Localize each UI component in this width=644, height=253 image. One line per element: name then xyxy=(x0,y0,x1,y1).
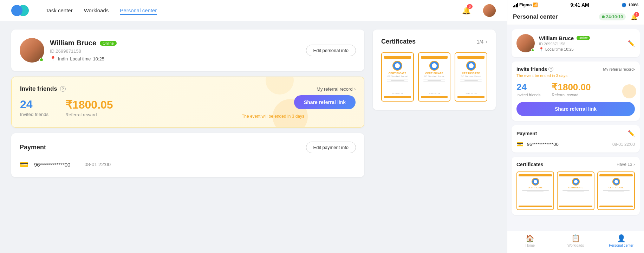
mobile-cert-seal-inner xyxy=(534,180,537,183)
cert-seal-inner xyxy=(395,63,400,68)
mobile-user-id: ID.2699871158 xyxy=(539,42,624,46)
cert-title: Certificates xyxy=(381,38,416,45)
edit-personal-info-button[interactable]: Edit personal info xyxy=(306,45,356,56)
signal-bar-2 xyxy=(514,5,515,7)
mobile-nav-workloads-label: Workloads xyxy=(567,244,584,247)
mobile-cert-lines xyxy=(519,190,552,192)
mobile-cert-seal-inner xyxy=(614,180,618,183)
referral-card: Invite friends ? My referral record › 24… xyxy=(11,77,364,128)
mobile-timer: 24:10:10 xyxy=(599,13,626,20)
mobile-nav-home[interactable]: 🏠 Home xyxy=(507,234,553,247)
reward-stat: ₹1800.05 Referral reward xyxy=(65,98,113,117)
mobile-nav-personal-center[interactable]: 👤 Personal center xyxy=(598,234,644,247)
bluetooth-icon: 🔵 xyxy=(622,3,626,7)
cert-line-short xyxy=(428,80,441,81)
mobile-name-row: William Bruce Online xyxy=(539,35,624,41)
nav-item-workloads[interactable]: Workloads xyxy=(84,6,109,15)
mobile-nav-home-label: Home xyxy=(525,244,535,247)
cert-line-short xyxy=(391,80,404,81)
mobile-reward-amount: ₹1800.00 xyxy=(552,82,591,93)
mobile-payment-row: 💳 96************00 08-01 22:00 xyxy=(516,141,635,148)
mobile-page-title: Personal center xyxy=(513,13,558,20)
cert-header: Certificates 1/4 › xyxy=(381,38,487,45)
mobile-cert-bottom xyxy=(599,206,633,207)
cert-text-2: CERTIFICATE xyxy=(425,72,443,74)
home-icon: 🏠 xyxy=(526,234,534,242)
mobile-notification-bell[interactable]: 🔔 1 xyxy=(630,13,638,21)
cert-line xyxy=(423,82,445,82)
mobile-cert-item-3[interactable]: CERTIFICATE xyxy=(597,171,635,210)
cert-line-short xyxy=(567,192,584,192)
cert-date-2: 2018.05. 24 xyxy=(429,92,440,95)
referral-info-icon[interactable]: ? xyxy=(60,86,66,92)
user-avatar[interactable] xyxy=(483,4,496,17)
profile-card: William Bruce Online ID.2699871158 📍 Ind… xyxy=(11,30,364,71)
profile-actions: Edit personal info xyxy=(306,45,356,56)
timer-value: 24:10:10 xyxy=(606,14,623,19)
mobile-online-dot xyxy=(531,48,534,52)
cert-item-3[interactable]: CERTIFICATE QC Standard, Format 2018.05.… xyxy=(455,52,487,102)
cert-item-2[interactable]: CERTIFICATE QC Standard, Format 2018.05.… xyxy=(418,52,451,102)
local-time-label: Local time xyxy=(70,56,91,61)
cert-sub-1: QC Standard, Format xyxy=(388,75,408,77)
mobile-payment-card: Payment ✏️ 💳 96************00 08-01 22:0… xyxy=(512,125,640,153)
logo-circle-blue xyxy=(11,5,22,16)
location-dot-icon: 📍 xyxy=(50,56,56,61)
mobile-avatar xyxy=(516,34,535,52)
online-badge: Online xyxy=(100,41,117,46)
mobile-reward-stat: ₹1800.00 Referral reward xyxy=(552,82,591,97)
cert-next-icon[interactable]: › xyxy=(486,39,487,45)
cert-bottom-border xyxy=(421,96,448,98)
battery-level: 100% xyxy=(629,3,638,7)
share-referral-button[interactable]: Share referral link xyxy=(294,95,356,109)
mobile-invited-stat: 24 Invited friends xyxy=(516,82,540,97)
mobile-cert-bottom xyxy=(559,206,592,207)
cert-seal-inner xyxy=(432,63,437,68)
nav-item-personal-center[interactable]: Personal center xyxy=(120,6,157,15)
mobile-orange-orb xyxy=(622,84,636,98)
mobile-cert-lines xyxy=(559,190,592,192)
profile-id: ID.2699871158 xyxy=(50,48,300,54)
cert-bottom-border xyxy=(457,96,484,98)
cert-sub-3: QC Standard, Format xyxy=(461,75,481,77)
top-nav: Task center Workloads Personal center 🔔 … xyxy=(0,0,507,21)
cert-line xyxy=(460,79,482,79)
cert-sub-2: QC Standard, Format xyxy=(424,75,444,77)
profile-info: William Bruce Online ID.2699871158 📍 Ind… xyxy=(50,39,300,61)
payment-card-header: Payment Edit payment info xyxy=(20,142,356,153)
status-right: 🔵 100% xyxy=(622,3,638,7)
profile-name: William Bruce xyxy=(50,39,96,47)
mobile-referral-record-link[interactable]: My referral record xyxy=(603,67,634,71)
online-status-dot xyxy=(39,58,44,62)
cert-item-1[interactable]: CERTIFICATE QC Standard, Format 2018.05.… xyxy=(381,52,414,102)
notification-bell[interactable]: 🔔 6 xyxy=(461,5,472,16)
edit-payment-info-button[interactable]: Edit payment info xyxy=(306,142,356,153)
profile-name-row: William Bruce Online xyxy=(50,39,300,47)
mobile-share-referral-button[interactable]: Share referral link xyxy=(516,102,635,116)
cert-line-short xyxy=(527,192,544,192)
mobile-chevron-right: › xyxy=(633,67,635,71)
mobile-card-number: 96************00 xyxy=(527,142,559,147)
mobile-cert-item-1[interactable]: CERTIFICATE xyxy=(516,171,554,210)
cert-line xyxy=(423,79,445,79)
mobile-referral-info-icon[interactable]: ? xyxy=(548,67,553,72)
mobile-cert-item-2[interactable]: CERTIFICATE xyxy=(557,171,594,210)
mobile-edit-profile-icon[interactable]: ✏️ xyxy=(628,40,635,47)
bell-badge: 6 xyxy=(467,4,473,9)
mobile-nav-workloads[interactable]: 📋 Workloads xyxy=(553,234,599,247)
mobile-cert-seal xyxy=(572,178,580,186)
cert-line xyxy=(522,190,549,191)
mobile-bottom-nav: 🏠 Home 📋 Workloads 👤 Personal center xyxy=(507,231,644,253)
mobile-cert-top-bar xyxy=(599,174,633,176)
cert-line xyxy=(562,190,589,191)
nav-item-task-center[interactable]: Task center xyxy=(46,6,73,15)
mobile-event-countdown: The event be ended in 3 days xyxy=(516,73,635,78)
referral-record-link[interactable]: My referral record › xyxy=(317,86,356,92)
mobile-invited-label: Invited friends xyxy=(516,93,540,97)
cert-date-3: 2018.05. 24 xyxy=(466,92,477,95)
mobile-edit-payment-icon[interactable]: ✏️ xyxy=(628,130,635,137)
cert-lines xyxy=(421,79,448,82)
payment-title: Payment xyxy=(20,144,46,151)
invited-count: 24 xyxy=(20,98,48,111)
certificates-card: Certificates 1/4 › CERTIFICATE QC St xyxy=(373,30,496,110)
